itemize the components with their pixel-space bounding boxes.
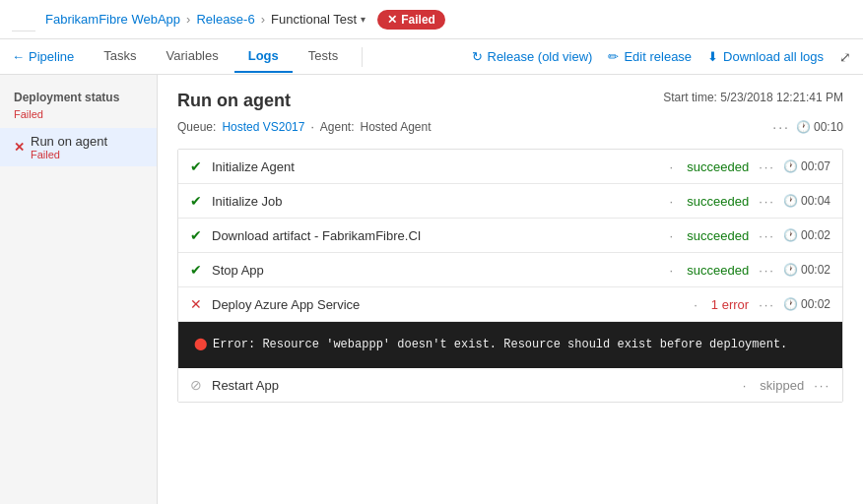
task-time-value: 00:02 xyxy=(801,297,830,311)
queue-value[interactable]: Hosted VS2017 xyxy=(222,120,304,134)
task-dots-menu[interactable]: ··· xyxy=(759,297,775,312)
task-dots-menu[interactable]: ··· xyxy=(759,159,775,174)
agent-more-dots[interactable]: ··· xyxy=(772,119,790,135)
task-name: Restart App xyxy=(212,378,729,393)
task-timer-icon: 🕐 xyxy=(783,263,798,277)
table-row: ✕ Deploy Azure App Service · 1 error ···… xyxy=(178,287,842,322)
release-oldview-label: Release (old view) xyxy=(488,49,593,64)
table-row: ⊘ Restart App · skipped ··· xyxy=(178,368,842,402)
download-logs-label: Download all logs xyxy=(723,49,824,64)
breadcrumb-release[interactable]: Release-6 xyxy=(196,12,254,27)
error-icon: ⬤ xyxy=(194,338,207,351)
task-status-text: succeeded xyxy=(687,159,749,174)
table-row: ✔ Stop App · succeeded ··· 🕐 00:02 xyxy=(178,253,842,287)
breadcrumb-webapp[interactable]: FabrikamFibre WebApp xyxy=(45,12,180,27)
agent-total-time: 🕐 00:10 xyxy=(796,120,843,134)
task-actions: ··· 🕐 00:02 xyxy=(759,263,830,278)
nav-actions: ↻ Release (old view) ✏ Edit release ⬇ Do… xyxy=(472,49,852,65)
task-status-text: succeeded xyxy=(687,228,749,243)
status-badge-label: Failed xyxy=(401,13,435,27)
task-time: 🕐 00:07 xyxy=(783,159,830,173)
status-badge: ✕ Failed xyxy=(377,10,445,30)
task-list: ✔ Initialize Agent · succeeded ··· 🕐 00:… xyxy=(177,149,843,403)
task-time-value: 00:07 xyxy=(801,159,830,173)
task-time-value: 00:02 xyxy=(801,228,830,242)
task-time: 🕐 00:04 xyxy=(783,194,830,208)
task-timer-icon: 🕐 xyxy=(783,297,798,311)
edit-release-btn[interactable]: ✏ Edit release xyxy=(608,49,692,64)
meta-dot-sep: · xyxy=(310,120,313,134)
edit-release-label: Edit release xyxy=(624,49,692,64)
breadcrumb-sep-1: › xyxy=(186,12,190,27)
task-time-value: 00:04 xyxy=(801,194,830,208)
task-dots-menu[interactable]: ··· xyxy=(814,378,830,393)
agent-header: Run on agent Start time: 5/23/2018 12:21… xyxy=(177,91,843,111)
task-sep: · xyxy=(670,228,674,243)
breadcrumb-caret-icon[interactable]: ▾ xyxy=(361,14,365,25)
back-arrow-icon: ← xyxy=(12,49,25,64)
sidebar-section-status: Failed xyxy=(0,108,157,128)
task-status-icon: ✕ xyxy=(190,296,202,312)
breadcrumb-current: Functional Test ▾ xyxy=(271,12,365,27)
task-time-value: 00:02 xyxy=(801,263,830,277)
task-time: 🕐 00:02 xyxy=(783,228,830,242)
sidebar-item-status: Failed xyxy=(31,149,107,160)
task-status-text: succeeded xyxy=(687,263,749,278)
task-status-icon: ⊘ xyxy=(190,377,202,393)
task-actions: ··· xyxy=(814,378,830,393)
failed-item-icon: ✕ xyxy=(14,140,25,155)
task-status-text: succeeded xyxy=(687,194,749,209)
expand-icon[interactable]: ⤢ xyxy=(839,49,851,65)
download-logs-btn[interactable]: ⬇ Download all logs xyxy=(707,49,824,64)
task-sep: · xyxy=(743,378,747,393)
tab-tasks[interactable]: Tasks xyxy=(90,40,150,73)
top-header: FabrikamFibre WebApp › Release-6 › Funct… xyxy=(0,0,863,39)
sidebar-item-content: Run on agent Failed xyxy=(31,134,107,160)
task-name: Stop App xyxy=(212,263,656,278)
task-dots-menu[interactable]: ··· xyxy=(759,263,775,278)
edit-icon: ✏ xyxy=(608,49,619,64)
tab-tests[interactable]: Tests xyxy=(295,40,352,73)
task-status-text: skipped xyxy=(760,378,804,393)
failed-x-icon: ✕ xyxy=(387,13,397,27)
task-time: 🕐 00:02 xyxy=(783,297,830,311)
agent-value: Hosted Agent xyxy=(360,120,431,134)
app-logo xyxy=(12,8,35,32)
nav-tabs-bar: ← Pipeline Tasks Variables Logs Tests ↻ … xyxy=(0,39,863,75)
content-area: Run on agent Start time: 5/23/2018 12:21… xyxy=(158,75,863,504)
sidebar: Deployment status Failed ✕ Run on agent … xyxy=(0,75,158,504)
task-actions: ··· 🕐 00:04 xyxy=(759,194,830,209)
task-dots-menu[interactable]: ··· xyxy=(759,194,775,209)
table-row: ✔ Initialize Agent · succeeded ··· 🕐 00:… xyxy=(178,150,842,184)
task-sep: · xyxy=(670,194,674,209)
pipeline-back-btn[interactable]: ← Pipeline xyxy=(12,49,74,64)
tab-variables[interactable]: Variables xyxy=(153,40,232,73)
task-name: Deploy Azure App Service xyxy=(212,297,680,312)
error-text: Error: Resource 'webappp' doesn't exist.… xyxy=(213,338,787,351)
task-actions: ··· 🕐 00:07 xyxy=(759,159,830,174)
agent-label: Agent: xyxy=(320,120,355,134)
release-oldview-btn[interactable]: ↻ Release (old view) xyxy=(472,49,593,64)
task-time: 🕐 00:02 xyxy=(783,263,830,277)
breadcrumb-current-label: Functional Test xyxy=(271,12,357,27)
task-name: Initialize Agent xyxy=(212,159,656,174)
task-timer-icon: 🕐 xyxy=(783,159,798,173)
agent-time-value: 00:10 xyxy=(814,120,843,134)
task-sep: · xyxy=(670,263,674,278)
sidebar-item-run-on-agent[interactable]: ✕ Run on agent Failed xyxy=(0,128,157,166)
queue-label: Queue: xyxy=(177,120,216,134)
start-time: Start time: 5/23/2018 12:21:41 PM xyxy=(663,91,843,104)
task-timer-icon: 🕐 xyxy=(783,194,798,208)
agent-title: Run on agent xyxy=(177,91,291,111)
agent-meta: Queue: Hosted VS2017 · Agent: Hosted Age… xyxy=(177,119,843,135)
tab-logs[interactable]: Logs xyxy=(234,40,293,73)
task-name: Initialize Job xyxy=(212,194,656,209)
download-icon: ⬇ xyxy=(707,49,718,64)
task-status-icon: ✔ xyxy=(190,158,202,174)
pipeline-label: Pipeline xyxy=(29,49,74,64)
task-name: Download artifact - FabrikamFibre.CI xyxy=(212,228,656,243)
task-actions: ··· 🕐 00:02 xyxy=(759,297,830,312)
error-block: ⬤Error: Resource 'webappp' doesn't exist… xyxy=(178,322,842,368)
task-dots-menu[interactable]: ··· xyxy=(759,228,775,243)
sidebar-item-label: Run on agent xyxy=(31,134,107,149)
